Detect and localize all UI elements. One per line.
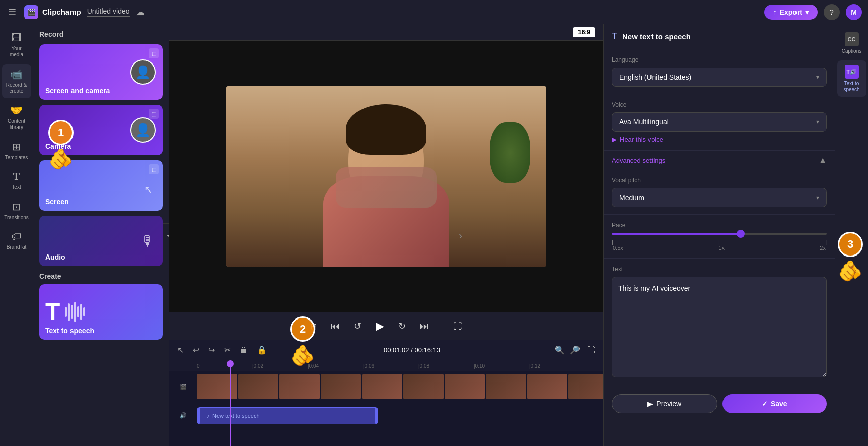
- canvas-toolbar: 16:9: [169, 24, 603, 41]
- cursor-icon: ↖: [144, 183, 153, 196]
- video-track-header: 🎬: [169, 384, 197, 390]
- preview-label: Preview: [656, 400, 681, 408]
- ruler-mark-10: |0:10: [474, 363, 485, 369]
- canvas-area: 16:9: [169, 24, 603, 446]
- video-thumb-2[interactable]: [238, 374, 278, 399]
- vocal-pitch-label: Vocal pitch: [612, 177, 827, 184]
- create-section-title: Create: [39, 272, 163, 280]
- text-label: Text: [612, 266, 827, 273]
- person-hair: [346, 104, 426, 155]
- panel-collapse-button[interactable]: ◀: [163, 223, 169, 247]
- tts-clip-left-handle[interactable]: [197, 408, 200, 424]
- audio-card[interactable]: Audio 🎙: [39, 216, 163, 266]
- sidebar-item-content-library[interactable]: 🤝 Content library: [2, 100, 31, 135]
- video-title[interactable]: Untitled video: [87, 7, 130, 17]
- layout-button[interactable]: ⊟: [308, 320, 319, 333]
- sidebar-item-record-create[interactable]: 📹 Record & create: [2, 64, 31, 98]
- text-input[interactable]: This is my AI voiceover: [612, 277, 827, 377]
- language-label: Language: [612, 56, 827, 63]
- camera-card[interactable]: ⬚ Camera 👤: [39, 105, 163, 155]
- screen-camera-card[interactable]: ⬚ Screen and camera 👤: [39, 44, 163, 100]
- ruler-mark-06: |0:06: [363, 363, 374, 369]
- tts-bar-3: [71, 305, 73, 319]
- hear-voice-button[interactable]: ▶ Hear this voice: [612, 136, 827, 143]
- topbar-left: ☰ 🎬 Clipchamp Untitled video ☁: [6, 5, 145, 20]
- preview-button[interactable]: ▶ Preview: [612, 394, 717, 413]
- video-thumb-3[interactable]: [279, 374, 320, 399]
- pace-thumb[interactable]: [737, 230, 745, 238]
- play-button[interactable]: ▶: [374, 317, 386, 335]
- rp-tts-icon: T: [612, 31, 617, 42]
- captions-icon: CC: [845, 32, 859, 46]
- video-thumb-9[interactable]: [527, 374, 567, 399]
- video-thumb-5[interactable]: [362, 374, 402, 399]
- zoom-out-button[interactable]: 🔍: [555, 345, 565, 355]
- tts-bar-2: [68, 303, 70, 321]
- right-arrow-icon[interactable]: ›: [459, 229, 462, 241]
- hamburger-icon[interactable]: ☰: [6, 5, 18, 20]
- video-thumb-7[interactable]: [445, 374, 485, 399]
- vocal-pitch-section: Vocal pitch Medium ▾: [604, 170, 835, 215]
- save-button[interactable]: ✓ Save: [722, 394, 827, 413]
- voice-value: Ava Multilingual: [619, 118, 669, 126]
- tts-clip[interactable]: ♪ New text to speech: [197, 407, 378, 424]
- sidebar-item-templates[interactable]: ⊞ Templates: [2, 137, 31, 165]
- sidebar-item-brand-kit[interactable]: 🏷 Brand kit: [2, 227, 31, 254]
- delete-button[interactable]: 🗑: [238, 344, 250, 357]
- zoom-in-button[interactable]: 🔎: [570, 345, 580, 355]
- vocal-pitch-select[interactable]: Medium ▾: [612, 188, 827, 207]
- voice-select[interactable]: Ava Multilingual ▾: [612, 112, 827, 132]
- app-name: Clipchamp: [42, 8, 81, 16]
- templates-icon: ⊞: [12, 141, 21, 153]
- topbar-right: ↑ Export ▾ ? M: [764, 4, 862, 20]
- audio-label: Audio: [45, 253, 65, 261]
- redo-button[interactable]: ↪: [206, 343, 217, 357]
- video-thumb-8[interactable]: [486, 374, 526, 399]
- tts-clip-right-handle[interactable]: [375, 408, 378, 424]
- tts-track-body: ♪ New text to speech: [197, 403, 603, 428]
- expand-timeline-button[interactable]: ⛶: [585, 344, 597, 357]
- right-panel-header: T New text to speech: [604, 24, 835, 49]
- far-right-captions[interactable]: CC Captions: [837, 28, 866, 58]
- camera-corner-icon: ⬚: [149, 109, 159, 119]
- sidebar-label-library: Content library: [4, 118, 29, 131]
- sidebar-item-your-media[interactable]: 🎞 Your media: [2, 28, 31, 62]
- screen-corner-icon2: ⬚: [149, 164, 159, 174]
- forward-button[interactable]: ↻: [396, 318, 408, 334]
- timeline-time-display: 00:01.02 / 00:16:13: [274, 346, 550, 354]
- skip-forward-button[interactable]: ⏭: [418, 319, 431, 334]
- logo-icon: 🎬: [24, 5, 38, 19]
- select-tool[interactable]: ↖: [175, 343, 186, 357]
- aspect-ratio-badge[interactable]: 16:9: [573, 27, 595, 37]
- tts-card[interactable]: T Text to speech: [39, 284, 163, 340]
- advanced-settings-toggle[interactable]: Advanced settings ▲: [604, 151, 835, 170]
- sidebar-item-transitions[interactable]: ⊡ Transitions: [2, 197, 31, 225]
- sidebar-item-text[interactable]: T Text: [2, 167, 31, 195]
- video-thumb-6[interactable]: [403, 374, 444, 399]
- fullscreen-button[interactable]: ⛶: [451, 319, 464, 334]
- video-thumb-4[interactable]: [321, 374, 361, 399]
- tts-card-label: Text to speech: [45, 327, 94, 335]
- video-thumb-10[interactable]: [568, 374, 603, 399]
- transitions-icon: ⊡: [12, 201, 21, 213]
- play-voice-icon: ▶: [612, 136, 617, 143]
- tts-wave: [65, 302, 85, 322]
- export-button[interactable]: ↑ Export ▾: [764, 5, 818, 20]
- tts-track: 🔊 ♪ New text to speech: [169, 402, 603, 429]
- language-select[interactable]: English (United States) ▾: [612, 68, 827, 87]
- cut-button[interactable]: ✂: [222, 343, 233, 357]
- audio-icon: 🎙: [140, 233, 155, 249]
- user-avatar[interactable]: M: [846, 4, 862, 20]
- help-button[interactable]: ?: [824, 4, 840, 20]
- video-thumb-1[interactable]: [197, 374, 237, 399]
- text-section: Text This is my AI voiceover: [604, 259, 835, 387]
- skip-back-button[interactable]: ⏮: [329, 319, 342, 334]
- screen-card[interactable]: ⬚ Screen ↖: [39, 160, 163, 211]
- undo-button[interactable]: ↩: [191, 343, 201, 357]
- lock-button[interactable]: 🔒: [255, 343, 269, 357]
- video-track-body: [197, 374, 603, 399]
- far-right-tts-icon: T🔊: [845, 65, 859, 79]
- tts-track-header: 🔊: [169, 412, 197, 419]
- far-right-tts[interactable]: T🔊 Text to speech: [837, 60, 866, 97]
- rewind-button[interactable]: ↺: [352, 318, 364, 334]
